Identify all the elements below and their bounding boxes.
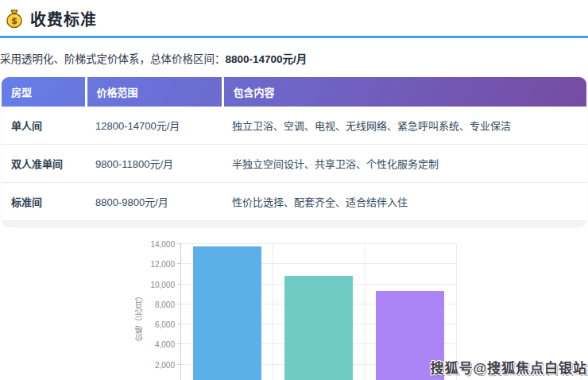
column-header-price-range: 价格范围 — [86, 77, 222, 107]
y-axis-tick-label: 6,000 — [155, 320, 175, 329]
price-bar-chart: 价格（元/月） 02,0004,0006,0008,00010,00012,00… — [137, 238, 478, 380]
y-axis-tick-label: 8,000 — [155, 300, 175, 308]
room-content: 性价比选择、配套齐全、适合结伴入住 — [222, 183, 586, 221]
table-row: 标准间8800-9800元/月性价比选择、配套齐全、适合结伴入住 — [2, 183, 586, 221]
bar-zone — [273, 244, 364, 380]
intro-price-range: 8800-14700元/月 — [226, 53, 308, 65]
y-axis-tick-label: 10,000 — [150, 280, 175, 289]
table-row: 双人准单间9800-11800元/月半独立空间设计、共享卫浴、个性化服务定制 — [2, 145, 586, 183]
y-axis-tick-label: 2,000 — [155, 360, 175, 369]
svg-text:$: $ — [11, 15, 17, 26]
bar-双人准单间[interactable] — [284, 276, 353, 380]
room-content: 半独立空间设计、共享卫浴、个性化服务定制 — [222, 145, 586, 183]
y-axis-tick-label: 12,000 — [150, 260, 175, 269]
table-row: 单人间12800-14700元/月独立卫浴、空调、电视、无线网络、紧急呼叫系统、… — [2, 107, 586, 145]
room-type: 单人间 — [2, 107, 86, 145]
intro-text: 采用透明化、阶梯式定价体系，总体价格区间： — [0, 53, 226, 65]
room-type: 标准间 — [2, 183, 86, 221]
room-content: 独立卫浴、空调、电视、无线网络、紧急呼叫系统、专业保洁 — [222, 107, 586, 145]
room-price: 9800-11800元/月 — [86, 145, 222, 183]
y-axis-tick-label: 14,000 — [150, 240, 175, 249]
page-title: 收费标准 — [30, 7, 97, 30]
bar-zone — [181, 244, 273, 380]
column-header-room-type: 房型 — [2, 77, 86, 107]
room-type: 双人准单间 — [2, 145, 86, 183]
page-header: $ 收费标准 — [0, 0, 588, 36]
watermark: 搜狐号@搜狐焦点白银站 — [430, 357, 587, 377]
room-price: 8800-9800元/月 — [86, 183, 222, 221]
money-bag-icon: $ — [5, 9, 24, 29]
chart-plot: 02,0004,0006,0008,00010,00012,00014,000 — [180, 244, 456, 380]
intro-line: 采用透明化、阶梯式定价体系，总体价格区间：8800-14700元/月 — [0, 38, 588, 77]
bar-单人间[interactable] — [193, 246, 261, 380]
y-axis-tick-label: 4,000 — [155, 340, 175, 349]
table-header-row: 房型 价格范围 包含内容 — [2, 77, 586, 107]
column-header-included-content: 包含内容 — [222, 77, 586, 107]
table-body: 单人间12800-14700元/月独立卫浴、空调、电视、无线网络、紧急呼叫系统、… — [2, 107, 586, 220]
room-price: 12800-14700元/月 — [86, 107, 222, 145]
pricing-table: 房型 价格范围 包含内容 单人间12800-14700元/月独立卫浴、空调、电视… — [2, 77, 586, 220]
pricing-table-container: 房型 价格范围 包含内容 单人间12800-14700元/月独立卫浴、空调、电视… — [2, 77, 586, 227]
y-axis-label: 价格（元/月） — [133, 277, 145, 357]
